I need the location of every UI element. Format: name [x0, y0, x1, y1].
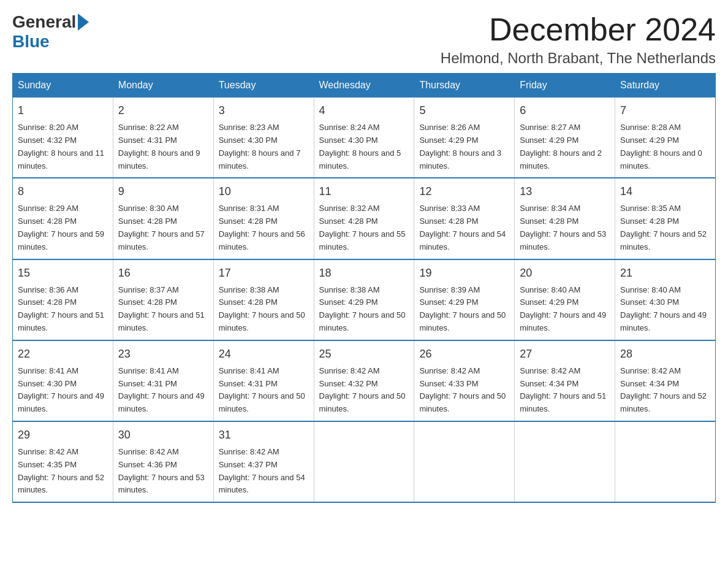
table-row: 27 Sunrise: 8:42 AMSunset: 4:34 PMDaylig…	[515, 340, 615, 421]
day-number: 4	[319, 102, 409, 119]
calendar-week-row: 1 Sunrise: 8:20 AMSunset: 4:32 PMDayligh…	[13, 98, 716, 178]
day-info: Sunrise: 8:26 AMSunset: 4:29 PMDaylight:…	[419, 123, 501, 170]
table-row: 2 Sunrise: 8:22 AMSunset: 4:31 PMDayligh…	[113, 98, 213, 178]
table-row: 17 Sunrise: 8:38 AMSunset: 4:28 PMDaylig…	[213, 259, 314, 340]
table-row: 10 Sunrise: 8:31 AMSunset: 4:28 PMDaylig…	[213, 178, 314, 259]
calendar-week-row: 29 Sunrise: 8:42 AMSunset: 4:35 PMDaylig…	[13, 421, 716, 502]
day-number: 16	[118, 265, 208, 282]
day-number: 23	[118, 346, 208, 362]
day-number: 29	[18, 427, 108, 443]
header-tuesday: Tuesday	[213, 74, 314, 98]
table-row	[615, 421, 716, 502]
table-row: 9 Sunrise: 8:30 AMSunset: 4:28 PMDayligh…	[113, 178, 213, 259]
table-row: 6 Sunrise: 8:27 AMSunset: 4:29 PMDayligh…	[515, 98, 615, 178]
table-row: 28 Sunrise: 8:42 AMSunset: 4:34 PMDaylig…	[615, 340, 716, 421]
header-thursday: Thursday	[414, 74, 515, 98]
day-info: Sunrise: 8:24 AMSunset: 4:30 PMDaylight:…	[319, 123, 401, 170]
day-info: Sunrise: 8:40 AMSunset: 4:30 PMDaylight:…	[620, 285, 707, 332]
day-info: Sunrise: 8:41 AMSunset: 4:31 PMDaylight:…	[118, 366, 205, 413]
day-number: 11	[319, 183, 409, 200]
day-number: 14	[620, 183, 710, 200]
day-info: Sunrise: 8:41 AMSunset: 4:30 PMDaylight:…	[18, 366, 104, 413]
day-number: 17	[219, 265, 309, 282]
day-number: 1	[18, 102, 108, 119]
day-info: Sunrise: 8:42 AMSunset: 4:34 PMDaylight:…	[620, 366, 707, 413]
day-number: 25	[319, 346, 409, 362]
day-info: Sunrise: 8:31 AMSunset: 4:28 PMDaylight:…	[219, 204, 305, 251]
day-info: Sunrise: 8:32 AMSunset: 4:28 PMDaylight:…	[319, 204, 406, 251]
table-row: 30 Sunrise: 8:42 AMSunset: 4:36 PMDaylig…	[113, 421, 213, 502]
day-info: Sunrise: 8:41 AMSunset: 4:31 PMDaylight:…	[219, 366, 305, 413]
calendar-week-row: 22 Sunrise: 8:41 AMSunset: 4:30 PMDaylig…	[13, 340, 716, 421]
day-number: 7	[620, 102, 710, 119]
day-number: 30	[118, 427, 208, 443]
title-section: December 2024 Helmond, North Brabant, Th…	[441, 12, 716, 67]
day-number: 12	[419, 183, 509, 200]
day-info: Sunrise: 8:38 AMSunset: 4:29 PMDaylight:…	[319, 285, 406, 332]
table-row: 23 Sunrise: 8:41 AMSunset: 4:31 PMDaylig…	[113, 340, 213, 421]
day-info: Sunrise: 8:42 AMSunset: 4:32 PMDaylight:…	[319, 366, 406, 413]
weekday-header-row: Sunday Monday Tuesday Wednesday Thursday…	[13, 74, 716, 98]
logo-general-text: General	[12, 12, 76, 32]
day-info: Sunrise: 8:40 AMSunset: 4:29 PMDaylight:…	[520, 285, 606, 332]
day-number: 24	[219, 346, 309, 362]
table-row: 7 Sunrise: 8:28 AMSunset: 4:29 PMDayligh…	[615, 98, 716, 178]
table-row: 24 Sunrise: 8:41 AMSunset: 4:31 PMDaylig…	[213, 340, 314, 421]
header-wednesday: Wednesday	[314, 74, 414, 98]
day-info: Sunrise: 8:42 AMSunset: 4:34 PMDaylight:…	[520, 366, 606, 413]
table-row: 12 Sunrise: 8:33 AMSunset: 4:28 PMDaylig…	[414, 178, 515, 259]
day-number: 8	[18, 183, 108, 200]
day-info: Sunrise: 8:33 AMSunset: 4:28 PMDaylight:…	[419, 204, 506, 251]
day-number: 22	[18, 346, 108, 362]
table-row: 4 Sunrise: 8:24 AMSunset: 4:30 PMDayligh…	[314, 98, 414, 178]
day-info: Sunrise: 8:29 AMSunset: 4:28 PMDaylight:…	[18, 204, 104, 251]
day-info: Sunrise: 8:35 AMSunset: 4:28 PMDaylight:…	[620, 204, 707, 251]
day-number: 26	[419, 346, 509, 362]
day-info: Sunrise: 8:27 AMSunset: 4:29 PMDaylight:…	[520, 123, 602, 170]
table-row: 8 Sunrise: 8:29 AMSunset: 4:28 PMDayligh…	[13, 178, 113, 259]
table-row: 20 Sunrise: 8:40 AMSunset: 4:29 PMDaylig…	[515, 259, 615, 340]
table-row	[314, 421, 414, 502]
day-number: 28	[620, 346, 710, 362]
day-info: Sunrise: 8:36 AMSunset: 4:28 PMDaylight:…	[18, 285, 104, 332]
day-number: 20	[520, 265, 610, 282]
day-number: 15	[18, 265, 108, 282]
day-number: 13	[520, 183, 610, 200]
day-number: 6	[520, 102, 610, 119]
table-row: 16 Sunrise: 8:37 AMSunset: 4:28 PMDaylig…	[113, 259, 213, 340]
header-monday: Monday	[113, 74, 213, 98]
day-info: Sunrise: 8:28 AMSunset: 4:29 PMDaylight:…	[620, 123, 702, 170]
table-row: 26 Sunrise: 8:42 AMSunset: 4:33 PMDaylig…	[414, 340, 515, 421]
day-info: Sunrise: 8:22 AMSunset: 4:31 PMDaylight:…	[118, 123, 200, 170]
day-info: Sunrise: 8:42 AMSunset: 4:36 PMDaylight:…	[118, 447, 205, 494]
day-info: Sunrise: 8:42 AMSunset: 4:35 PMDaylight:…	[18, 447, 104, 494]
day-number: 31	[219, 427, 309, 443]
table-row	[414, 421, 515, 502]
day-number: 10	[219, 183, 309, 200]
day-info: Sunrise: 8:37 AMSunset: 4:28 PMDaylight:…	[118, 285, 205, 332]
month-title: December 2024	[441, 12, 716, 47]
table-row: 13 Sunrise: 8:34 AMSunset: 4:28 PMDaylig…	[515, 178, 615, 259]
table-row: 19 Sunrise: 8:39 AMSunset: 4:29 PMDaylig…	[414, 259, 515, 340]
table-row: 25 Sunrise: 8:42 AMSunset: 4:32 PMDaylig…	[314, 340, 414, 421]
day-info: Sunrise: 8:42 AMSunset: 4:37 PMDaylight:…	[219, 447, 305, 494]
day-info: Sunrise: 8:38 AMSunset: 4:28 PMDaylight:…	[219, 285, 305, 332]
day-number: 18	[319, 265, 409, 282]
day-info: Sunrise: 8:20 AMSunset: 4:32 PMDaylight:…	[18, 123, 104, 170]
day-info: Sunrise: 8:23 AMSunset: 4:30 PMDaylight:…	[219, 123, 301, 170]
calendar-week-row: 8 Sunrise: 8:29 AMSunset: 4:28 PMDayligh…	[13, 178, 716, 259]
table-row: 5 Sunrise: 8:26 AMSunset: 4:29 PMDayligh…	[414, 98, 515, 178]
day-info: Sunrise: 8:30 AMSunset: 4:28 PMDaylight:…	[118, 204, 205, 251]
day-number: 19	[419, 265, 509, 282]
table-row: 14 Sunrise: 8:35 AMSunset: 4:28 PMDaylig…	[615, 178, 716, 259]
table-row: 21 Sunrise: 8:40 AMSunset: 4:30 PMDaylig…	[615, 259, 716, 340]
header-friday: Friday	[515, 74, 615, 98]
day-number: 9	[118, 183, 208, 200]
location-title: Helmond, North Brabant, The Netherlands	[441, 50, 716, 67]
day-info: Sunrise: 8:42 AMSunset: 4:33 PMDaylight:…	[419, 366, 506, 413]
day-number: 2	[118, 102, 208, 119]
calendar-table: Sunday Monday Tuesday Wednesday Thursday…	[12, 73, 716, 503]
table-row: 1 Sunrise: 8:20 AMSunset: 4:32 PMDayligh…	[13, 98, 113, 178]
logo-arrow-icon	[78, 13, 89, 31]
header-saturday: Saturday	[615, 74, 716, 98]
